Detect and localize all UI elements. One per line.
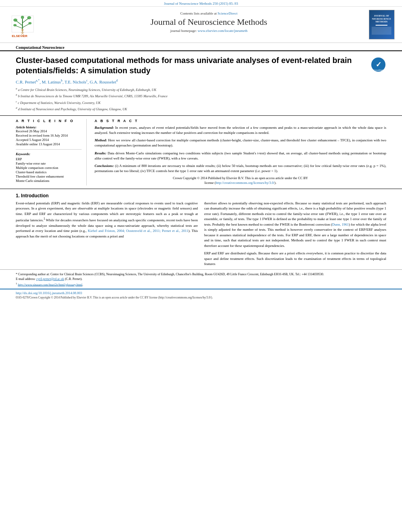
contents-text: Contents lists available at bbox=[181, 11, 218, 15]
keywords-section: Keywords: ERP Family-wise error rate Mul… bbox=[16, 152, 82, 183]
journal-cover-thumbnail: JOURNAL OFNEUROSCIENCEMETHODS bbox=[369, 10, 395, 39]
affiliation-c: c c Department of Statistics, Warwick Un… bbox=[16, 100, 367, 106]
abstract-header: A B S T R A C T bbox=[95, 119, 386, 123]
abstract-results-label: Results: bbox=[95, 151, 106, 155]
abstract-results: Results: Data driven Monte-Carlo simulat… bbox=[95, 151, 386, 161]
article-title-text: Cluster-based computational methods for … bbox=[16, 55, 367, 112]
abstract-conclusions-text: (i) A minimum of 800 iterations are nece… bbox=[95, 164, 386, 173]
history-item-0: Received 26 May 2014 bbox=[16, 129, 82, 133]
keyword-5: Monte-Carlo simulations bbox=[16, 179, 82, 183]
footnote-area: * Corresponding author at: Centre for Cl… bbox=[0, 269, 402, 289]
section-label-text: Computational Neuroscience bbox=[16, 45, 64, 50]
ref-oostenveld[interactable]: Oostenveld et al., 2011; bbox=[126, 229, 161, 233]
ref-dunn[interactable]: Dunn, 1961 bbox=[332, 222, 349, 226]
svg-point-11 bbox=[21, 29, 23, 31]
intro-heading: 1. Introduction bbox=[16, 193, 386, 198]
page: Journal of Neuroscience Methods 250 (201… bbox=[0, 0, 402, 532]
sciencedirect-link[interactable]: ScienceDirect bbox=[218, 11, 237, 15]
header-logo-area: ELSEVIER bbox=[5, 10, 52, 39]
journal-citation: Journal of Neuroscience Methods 250 (201… bbox=[164, 2, 238, 6]
article-main-title: Cluster-based computational methods for … bbox=[16, 55, 367, 76]
section-label: Computational Neuroscience bbox=[0, 43, 402, 51]
email-link[interactable]: cyril.pernet@ed.ac.uk bbox=[36, 277, 64, 281]
main-content: 1. Introduction Event-related potentials… bbox=[0, 189, 402, 269]
glossary-link[interactable]: http://www.sinauer.com/fnuri2e/html/glos… bbox=[18, 283, 82, 286]
keywords-title: Keywords: bbox=[16, 152, 82, 156]
intro-col2-para1: therefore allows to potentially observin… bbox=[204, 201, 386, 249]
crossmark-logo[interactable]: ✓ CrossMark bbox=[370, 57, 386, 72]
ref-kiebel[interactable]: Kiebel and Friston, 2004; bbox=[88, 229, 125, 233]
abstract-bg-label: Background: bbox=[95, 126, 114, 130]
abstract-conclusions-label: Conclusions: bbox=[95, 164, 114, 168]
affiliation-b: b b Institut de Neurosciences de la Timo… bbox=[16, 93, 367, 99]
svg-text:✓: ✓ bbox=[376, 61, 382, 69]
svg-point-7 bbox=[27, 16, 31, 19]
intro-col1: Event-related potentials (ERP) and magne… bbox=[16, 201, 198, 269]
journal-bar: Journal of Neuroscience Methods 250 (201… bbox=[0, 0, 402, 7]
svg-point-8 bbox=[28, 22, 32, 24]
abstract-method-text: Here we review all cluster-based correct… bbox=[95, 138, 386, 147]
keyword-2: Multiple comparison correction bbox=[16, 166, 82, 170]
keyword-0: ERP bbox=[16, 157, 82, 161]
intro-col2: therefore allows to potentially observin… bbox=[204, 201, 386, 269]
header-section: ELSEVIER Contents lists available at Sci… bbox=[0, 7, 402, 43]
cc-license-link[interactable]: http://creativecommons.org/licenses/by/3… bbox=[216, 181, 274, 185]
footnote-email: E-mail address: cyril.pernet@ed.ac.uk (C… bbox=[16, 277, 386, 282]
svg-point-10 bbox=[21, 16, 24, 19]
header-center: Contents lists available at ScienceDirec… bbox=[52, 10, 366, 39]
intro-col1-para1: Event-related potentials (ERP) and magne… bbox=[16, 201, 198, 239]
abstract-copyright: Crown Copyright © 2014 Published by Else… bbox=[95, 176, 386, 185]
copyright-bottom: 0165-0270/Crown Copyright © 2014 Publish… bbox=[16, 296, 386, 299]
article-title-section: Cluster-based computational methods for … bbox=[0, 54, 402, 115]
abstract-method-label: Method: bbox=[95, 138, 107, 142]
homepage-link[interactable]: www.elsevier.com/locate/jneumeth bbox=[198, 29, 248, 33]
journal-title-header: Journal of Neuroscience Methods bbox=[60, 17, 358, 27]
history-item-1: Received in revised form 16 July 2014 bbox=[16, 133, 82, 137]
keyword-3: Cluster-based statistics bbox=[16, 170, 82, 174]
history-item-2: Accepted 5 August 2014 bbox=[16, 138, 82, 142]
history-item-3: Available online 13 August 2014 bbox=[16, 142, 82, 146]
svg-point-6 bbox=[13, 19, 17, 22]
journal-cover-text: JOURNAL OFNEUROSCIENCEMETHODS bbox=[372, 15, 391, 24]
article-info-header: A R T I C L E I N F O bbox=[16, 119, 82, 123]
bottom-bar: http://dx.doi.org/10.1016/j.jneumeth.201… bbox=[0, 289, 402, 301]
abstract-conclusions: Conclusions: (i) A minimum of 800 iterat… bbox=[95, 163, 386, 174]
header-right: JOURNAL OFNEUROSCIENCEMETHODS bbox=[366, 10, 397, 39]
doi-link[interactable]: http://dx.doi.org/10.1016/j.jneumeth.201… bbox=[16, 291, 386, 295]
ref-pernet[interactable]: Pernet et al., 2011 bbox=[162, 229, 188, 233]
abstract-results-text: Data driven Monte-Carlo simulations comp… bbox=[95, 151, 386, 160]
affiliation-a: a a Centre for Clinical Brain Sciences, … bbox=[16, 87, 367, 93]
svg-point-9 bbox=[13, 24, 17, 26]
journal-homepage: journal homepage: www.elsevier.com/locat… bbox=[60, 29, 358, 33]
article-info-col: A R T I C L E I N F O Article history: R… bbox=[16, 119, 87, 185]
abstract-method: Method: Here we review all cluster-based… bbox=[95, 138, 386, 148]
svg-text:CrossMark: CrossMark bbox=[374, 69, 383, 71]
affiliation-d: d d Institute of Neuroscience and Psycho… bbox=[16, 106, 367, 112]
abstract-bg-text: In recent years, analyses of event relat… bbox=[95, 126, 386, 135]
elsevier-logo: ELSEVIER bbox=[10, 12, 47, 37]
keyword-4: Threshold free cluster enhancement bbox=[16, 174, 82, 178]
article-authors: C.R. Perneta,*, M. Latinusb, T.E. Nichol… bbox=[16, 79, 367, 84]
article-history: Article history: Received 26 May 2014 Re… bbox=[16, 125, 82, 146]
intro-body: Event-related potentials (ERP) and magne… bbox=[16, 201, 386, 269]
history-title: Article history: bbox=[16, 125, 82, 129]
keyword-1: Family-wise error rate bbox=[16, 161, 82, 165]
footnote-corresponding: * Corresponding author at: Centre for Cl… bbox=[16, 272, 386, 277]
abstract-background: Background: In recent years, analyses of… bbox=[95, 125, 386, 135]
affiliations: a a Centre for Clinical Brain Sciences, … bbox=[16, 87, 367, 112]
two-col-info: A R T I C L E I N F O Article history: R… bbox=[0, 115, 402, 188]
svg-text:ELSEVIER: ELSEVIER bbox=[12, 34, 28, 37]
contents-line: Contents lists available at ScienceDirec… bbox=[60, 11, 358, 15]
footnote-glossary: 1 http://www.sinauer.com/fnuri2e/html/gl… bbox=[16, 282, 386, 287]
intro-col2-para2: ERP and ERF are distributed signals. Bec… bbox=[204, 251, 386, 267]
homepage-text: journal homepage: bbox=[170, 29, 197, 33]
copyright-bottom-text: 0165-0270/Crown Copyright © 2014 Publish… bbox=[16, 296, 213, 299]
abstract-col: A B S T R A C T Background: In recent ye… bbox=[95, 119, 386, 185]
